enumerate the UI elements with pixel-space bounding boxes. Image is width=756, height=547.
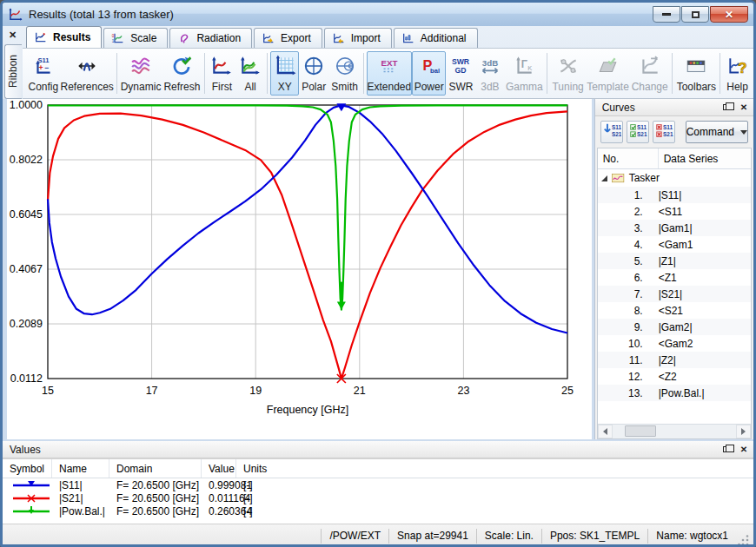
tree-root-tasker[interactable]: Tasker — [598, 169, 751, 187]
xy-button[interactable]: XY — [270, 51, 299, 96]
curves-float-button[interactable] — [720, 102, 733, 114]
uncheck-s11-s21-button[interactable]: S11S21 — [653, 121, 675, 143]
ribbon-button-label: Gamma — [506, 81, 543, 93]
ribbon-button-label: Extended — [368, 81, 412, 93]
series-name: <Z2 — [652, 371, 751, 383]
svg-text:EXT: EXT — [381, 58, 397, 68]
scrollbar-thumb[interactable] — [625, 425, 656, 437]
xy-plot[interactable]: 1.00000.80220.60450.40670.20890.01121517… — [7, 99, 598, 437]
values-column-symbol[interactable]: Symbol — [3, 459, 52, 478]
data-series-row[interactable]: 11.|Z2| — [598, 352, 751, 368]
scroll-left-button[interactable] — [598, 425, 613, 438]
x-axis-title: Frequency [GHz] — [267, 404, 348, 416]
smith-button[interactable]: Smith — [328, 51, 360, 96]
all-button[interactable]: All — [236, 51, 265, 96]
series-name: |Gam1| — [652, 222, 751, 234]
values-column-domain[interactable]: Domain — [109, 459, 202, 478]
values-row[interactable]: |S11|F= 20.6500 [GHz]0.999081[-] — [3, 478, 753, 491]
values-column-units[interactable]: Units — [236, 459, 753, 478]
extended-button[interactable]: EXTExtended — [367, 51, 412, 96]
3db-icon: 3dB — [479, 55, 501, 77]
values-float-button[interactable] — [720, 444, 733, 456]
values-row[interactable]: |S21|F= 20.6500 [GHz]0.011164[-] — [3, 491, 753, 504]
curves-panel-header[interactable]: Curves ✕ — [595, 99, 753, 116]
tab-scale[interactable]: 01Scale — [103, 28, 168, 48]
refresh-button[interactable]: Refresh — [162, 51, 202, 96]
column-header-no[interactable]: No. — [598, 148, 659, 168]
first-button[interactable]: First — [208, 51, 236, 96]
values-row[interactable]: |Pow.Bal.|F= 20.6500 [GHz]0.260364[-] — [3, 504, 753, 517]
tasker-chart-icon — [611, 171, 626, 186]
data-series-row[interactable]: 7.|S21| — [598, 286, 751, 302]
tab-additional[interactable]: Additional — [394, 28, 478, 48]
dynamic-button[interactable]: Dynamic — [119, 51, 162, 96]
scrollbar-track[interactable] — [613, 425, 736, 438]
config-button[interactable]: S11+−Config — [26, 51, 61, 96]
curves-close-button[interactable]: ✕ — [738, 102, 750, 114]
tuning-button: Tuning — [550, 51, 586, 96]
series-number: 4. — [598, 239, 652, 251]
close-button[interactable]: ✕ — [710, 6, 748, 23]
data-series-row[interactable]: 10.<Gam2 — [598, 335, 751, 352]
references-button[interactable]: References — [61, 51, 114, 96]
toolbars-button[interactable]: Toolbars — [675, 51, 717, 96]
scroll-right-button[interactable] — [736, 425, 751, 438]
series-number: 3. — [598, 222, 652, 234]
series-name: |Gam2| — [652, 321, 751, 333]
series-s21 — [48, 111, 567, 379]
tab-results[interactable]: Results — [26, 26, 102, 48]
y-tick-label: 0.0112 — [10, 372, 43, 385]
x-tick-label: 17 — [146, 385, 158, 397]
command-dropdown[interactable]: Command — [686, 121, 748, 143]
tree-root-label: Tasker — [629, 172, 660, 184]
values-column-name[interactable]: Name — [52, 459, 109, 478]
change-icon — [639, 55, 661, 77]
values-column-value[interactable]: Value — [202, 459, 236, 478]
plot-s11-s21-button[interactable]: S11S21 — [600, 121, 623, 143]
svg-text:S11: S11 — [637, 124, 647, 130]
status-segment: Name: wgtocx1 — [647, 529, 736, 544]
check-s11-s21-button[interactable]: S11S21 — [627, 121, 649, 143]
ribbon-close-button[interactable]: ✕ — [5, 28, 20, 42]
minimize-icon — [662, 13, 671, 16]
data-series-row[interactable]: 3.|Gam1| — [598, 220, 751, 236]
swr-button[interactable]: SWRGDSWR — [446, 51, 475, 96]
tab-import[interactable]: Import — [324, 28, 392, 48]
expander-icon[interactable] — [601, 175, 607, 181]
ribbon-button-label: All — [244, 81, 255, 93]
data-series-row[interactable]: 2.<S11 — [598, 203, 751, 220]
tab-export[interactable]: Export — [254, 28, 322, 48]
values-cell-domain: F= 20.6500 [GHz] — [109, 492, 202, 504]
series-name: |Z1| — [652, 255, 751, 267]
tab-results-icon — [34, 30, 48, 44]
close-icon: ✕ — [740, 445, 747, 454]
help-button[interactable]: ?Help — [723, 51, 752, 96]
ribbon-button-label: SWR — [448, 81, 473, 93]
values-panel: Values ✕ SymbolNameDomainValueUnits |S11… — [3, 439, 753, 524]
data-series-row[interactable]: 13.|Pow.Bal.| — [598, 385, 751, 401]
minimize-button[interactable] — [653, 6, 680, 23]
ribbon-vertical-tab[interactable]: Ribbon — [4, 44, 22, 99]
data-series-row[interactable]: 9.|Gam2| — [598, 319, 751, 335]
polar-button[interactable]: Polar — [299, 51, 328, 96]
curves-hscrollbar[interactable] — [598, 424, 751, 438]
tab-radiation[interactable]: Radiation — [169, 28, 252, 48]
data-series-row[interactable]: 1.|S11| — [598, 187, 751, 203]
values-cell-name: |S11| — [52, 479, 109, 491]
ribbon-tabs: Results01ScaleRadiationExportImportAddit… — [23, 26, 753, 49]
column-header-data-series[interactable]: Data Series — [659, 153, 751, 165]
data-series-row[interactable]: 5.|Z1| — [598, 253, 751, 269]
values-close-button[interactable]: ✕ — [738, 444, 750, 456]
data-series-row[interactable]: 4.<Gam1 — [598, 236, 751, 253]
data-series-row[interactable]: 12.<Z2 — [598, 368, 751, 385]
values-panel-header[interactable]: Values ✕ — [3, 441, 753, 458]
ribbon-button-label: XY — [278, 81, 292, 93]
resize-grip[interactable] — [738, 535, 750, 547]
power-button[interactable]: PbalPower — [412, 51, 446, 96]
status-bar: /POW/EXTSnap at=29941Scale: Lin.Ppos: SK… — [3, 524, 753, 547]
data-series-row[interactable]: 6.<Z1 — [598, 269, 751, 286]
chart-area[interactable]: 1.00000.80220.60450.40670.20890.01121517… — [7, 99, 592, 439]
maximize-button[interactable] — [681, 6, 709, 23]
tab-radiation-icon — [177, 31, 191, 45]
data-series-row[interactable]: 8.<S21 — [598, 302, 751, 319]
